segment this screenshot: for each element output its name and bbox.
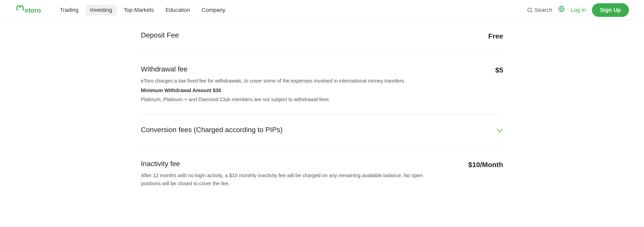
nav-item-trading[interactable]: Trading	[55, 5, 83, 15]
fee-row-conversion[interactable]: Conversion fees (Charged according to PI…	[141, 115, 503, 149]
fee-row-inactivity: Inactivity fee After 12 months with no l…	[141, 149, 503, 199]
nav-item-company[interactable]: Company	[197, 5, 230, 15]
inactivity-fee-description: After 12 months with no login activity, …	[141, 171, 443, 187]
login-button[interactable]: Log in	[571, 7, 586, 13]
fee-row-withdrawal: Withdrawal fee eToro charges a low fixed…	[141, 54, 503, 115]
search-label: Search	[535, 7, 552, 13]
deposit-fee-title: Deposit Fee	[141, 31, 443, 39]
withdrawal-fee-note: Platinum, Platinum + and Diamond Club me…	[141, 95, 443, 103]
nav-right: Search Log in Sign Up	[527, 3, 629, 17]
inactivity-fee-title: Inactivity fee	[141, 160, 443, 168]
withdrawal-fee-bold: Minimum Withdrawal Amount $30	[141, 86, 443, 94]
nav-item-education[interactable]: Education	[161, 5, 195, 15]
fee-left-deposit: Deposit Fee	[141, 31, 458, 43]
chevron-down-icon	[496, 127, 503, 135]
navbar: etoro Trading Investing Top Markets Educ…	[0, 0, 644, 20]
fee-left-withdrawal: Withdrawal fee eToro charges a low fixed…	[141, 65, 458, 103]
withdrawal-fee-value: $5	[458, 65, 503, 74]
signup-button[interactable]: Sign Up	[592, 3, 629, 17]
globe-icon[interactable]	[558, 6, 565, 14]
inactivity-fee-value: $10/Month	[458, 160, 503, 169]
withdrawal-fee-description: eToro charges a low fixed fee for withdr…	[141, 77, 443, 103]
search-icon	[527, 7, 533, 13]
nav-item-investing[interactable]: Investing	[86, 5, 117, 15]
conversion-fee-value	[458, 126, 503, 135]
main-content: Deposit Fee Free Withdrawal fee eToro ch…	[121, 20, 523, 199]
nav-item-top-markets[interactable]: Top Markets	[119, 5, 158, 15]
nav-links: Trading Investing Top Markets Education …	[55, 5, 527, 15]
search-area[interactable]: Search	[527, 7, 552, 13]
fee-left-inactivity: Inactivity fee After 12 months with no l…	[141, 160, 458, 187]
conversion-fee-title: Conversion fees (Charged according to PI…	[141, 126, 443, 134]
deposit-fee-value: Free	[458, 31, 503, 40]
fee-left-conversion: Conversion fees (Charged according to PI…	[141, 126, 458, 137]
withdrawal-fee-title: Withdrawal fee	[141, 65, 443, 73]
etoro-logo: etoro	[15, 4, 43, 16]
svg-line-2	[531, 11, 532, 12]
svg-text:etoro: etoro	[25, 7, 41, 14]
fee-row-deposit: Deposit Fee Free	[141, 20, 503, 54]
logo[interactable]: etoro	[15, 4, 43, 16]
